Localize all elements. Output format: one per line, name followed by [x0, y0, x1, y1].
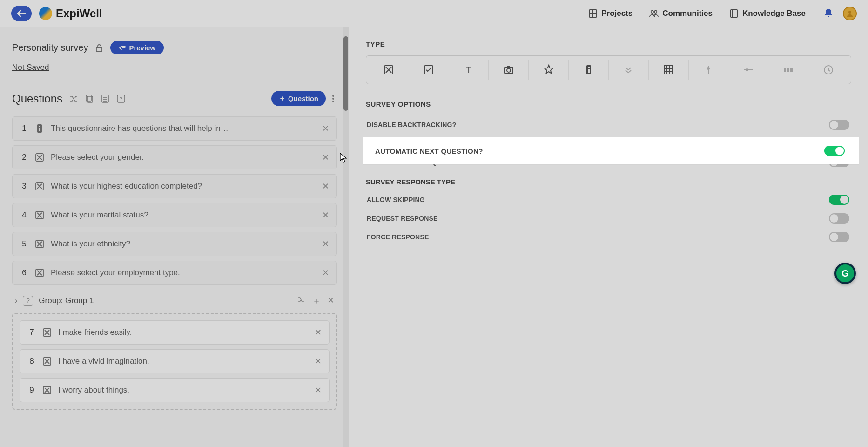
- main: Personality survey Preview Not Saved Que…: [0, 27, 868, 447]
- nav-projects[interactable]: Projects: [588, 9, 632, 18]
- preview-button[interactable]: Preview: [110, 41, 164, 54]
- svg-rect-66: [790, 68, 793, 72]
- option-auto-next-label: AUTOMATIC NEXT QUESTION?: [375, 147, 483, 155]
- question-number: 9: [27, 386, 36, 395]
- nav-knowledge-label: Knowledge Base: [742, 9, 806, 18]
- bell-icon: [823, 8, 834, 19]
- shuffle-icon[interactable]: [68, 93, 79, 104]
- type-info[interactable]: [568, 60, 608, 80]
- remove-question-icon[interactable]: ✕: [322, 268, 329, 278]
- plus-icon: ＋: [279, 94, 286, 103]
- question-number: 8: [27, 357, 36, 366]
- question-item[interactable]: 8I have a vivid imagination.✕: [20, 349, 330, 373]
- question-item[interactable]: 4What is your marital status?✕: [12, 203, 337, 227]
- remove-question-icon[interactable]: ✕: [322, 152, 329, 163]
- avatar-icon: [843, 7, 857, 20]
- preview-icon: [119, 45, 126, 51]
- question-number: 6: [20, 268, 28, 278]
- remove-question-icon[interactable]: ✕: [322, 210, 329, 220]
- remove-question-icon[interactable]: ✕: [322, 123, 329, 134]
- toggle-request-response[interactable]: [829, 213, 849, 224]
- type-multiple-choice[interactable]: [369, 60, 409, 80]
- type-checkbox[interactable]: [409, 60, 449, 80]
- svg-rect-51: [507, 66, 510, 67]
- question-item[interactable]: 7I make friends easily.✕: [20, 320, 330, 345]
- question-item[interactable]: 2Please select your gender.✕: [12, 145, 337, 169]
- question-item[interactable]: 3What is your highest education complete…: [12, 174, 337, 198]
- option-allow-skipping-label: ALLOW SKIPPING: [367, 196, 425, 203]
- svg-rect-18: [39, 126, 40, 127]
- toggle-allow-skipping[interactable]: [829, 195, 849, 205]
- question-text: What is your highest education completed…: [51, 182, 316, 191]
- question-number: 1: [20, 124, 28, 133]
- svg-point-3: [651, 10, 653, 13]
- question-text: I make friends easily.: [58, 328, 308, 337]
- toggle-auto-next[interactable]: [824, 146, 845, 156]
- svg-rect-19: [39, 128, 40, 131]
- option-disable-backtracking: DISABLE BACKTRACKING?: [366, 115, 851, 134]
- type-slider-horizontal[interactable]: [728, 60, 768, 80]
- svg-rect-53: [588, 67, 590, 68]
- question-item[interactable]: 5What is your ethnicity?✕: [12, 232, 337, 256]
- svg-point-61: [707, 67, 710, 70]
- toggle-disable-backtracking[interactable]: [829, 120, 849, 130]
- question-type-selector: T: [366, 55, 851, 84]
- question-item[interactable]: 9I worry about things.✕: [20, 378, 330, 402]
- grammarly-widget[interactable]: G: [834, 263, 856, 284]
- nav-communities-label: Communities: [662, 9, 713, 18]
- grid-icon: [588, 9, 598, 18]
- scrollbar-thumb[interactable]: [343, 36, 348, 111]
- question-text: This questionnaire has questions that wi…: [51, 124, 316, 133]
- question-number: 5: [20, 239, 28, 249]
- question-item[interactable]: 6Please select your employment type.✕: [12, 261, 337, 285]
- svg-rect-9: [87, 96, 93, 102]
- brand-logo-icon: [39, 7, 52, 20]
- toggle-force-response[interactable]: [829, 232, 849, 242]
- user-menu[interactable]: [843, 7, 857, 20]
- remove-question-icon[interactable]: ✕: [315, 385, 322, 395]
- nav-communities[interactable]: Communities: [649, 9, 713, 18]
- remove-question-icon[interactable]: ✕: [322, 239, 329, 249]
- remove-question-icon[interactable]: ✕: [315, 356, 322, 366]
- type-text[interactable]: T: [449, 60, 489, 80]
- highlighted-option-auto-next: AUTOMATIC NEXT QUESTION?: [363, 137, 859, 164]
- survey-options-label: SURVEY OPTIONS: [366, 100, 851, 108]
- type-photo[interactable]: [488, 60, 528, 80]
- remove-question-icon[interactable]: ✕: [322, 181, 329, 191]
- help-icon[interactable]: ?: [115, 93, 127, 104]
- question-text: I worry about things.: [58, 386, 308, 395]
- group-add-icon[interactable]: ＋: [312, 295, 321, 306]
- question-type-icon: [35, 182, 44, 191]
- back-button[interactable]: [11, 6, 32, 21]
- copy-icon[interactable]: [84, 93, 95, 104]
- scrollbar[interactable]: [343, 27, 349, 447]
- list-icon[interactable]: [100, 93, 111, 104]
- type-dropdown[interactable]: [608, 60, 648, 80]
- brand-name: ExpiWell: [56, 7, 102, 20]
- question-item[interactable]: 1This questionnaire has questions that w…: [12, 116, 337, 141]
- remove-question-icon[interactable]: ✕: [315, 327, 322, 338]
- group-remove-icon[interactable]: ✕: [327, 295, 334, 306]
- survey-title: Personality survey: [12, 42, 88, 53]
- type-slider-vertical[interactable]: [688, 60, 728, 80]
- unlock-icon[interactable]: [94, 43, 104, 53]
- add-question-label: Question: [288, 95, 318, 102]
- type-time[interactable]: [808, 60, 848, 80]
- type-rating[interactable]: [528, 60, 568, 80]
- type-matrix[interactable]: [648, 60, 688, 80]
- question-text: Please select your gender.: [51, 153, 316, 162]
- question-type-icon: [35, 124, 44, 133]
- option-request-response-label: REQUEST RESPONSE: [367, 215, 438, 222]
- svg-rect-5: [731, 10, 737, 17]
- group-shuffle-icon[interactable]: [297, 295, 306, 306]
- group-header[interactable]: › ? Group: Group 1 ＋ ✕: [12, 290, 337, 311]
- save-status[interactable]: Not Saved: [12, 63, 49, 72]
- question-type-icon: [35, 153, 44, 162]
- type-nps[interactable]: [768, 60, 808, 80]
- questions-overflow-menu[interactable]: [330, 95, 337, 102]
- question-text: I have a vivid imagination.: [58, 357, 308, 366]
- add-question-button[interactable]: ＋ Question: [271, 91, 326, 106]
- nav-knowledge[interactable]: Knowledge Base: [729, 9, 806, 18]
- svg-text:T: T: [466, 65, 471, 75]
- notifications-button[interactable]: [823, 8, 834, 19]
